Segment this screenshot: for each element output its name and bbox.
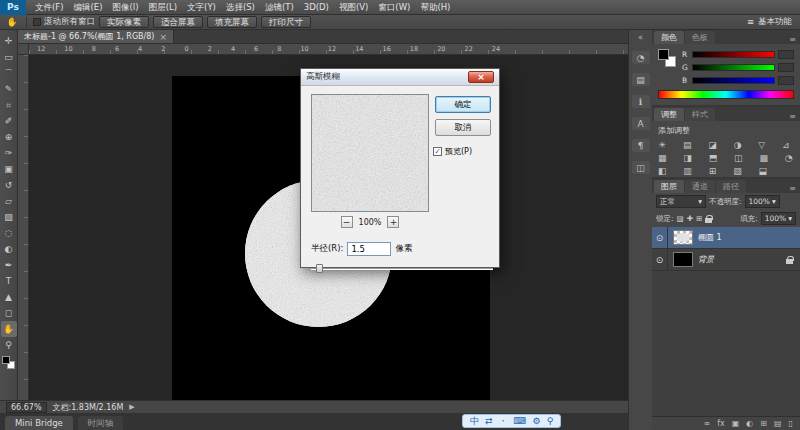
tab-mini-bridge[interactable]: Mini Bridge [5, 416, 73, 430]
cancel-button[interactable]: 取消 [435, 119, 491, 136]
blue-slider[interactable] [692, 77, 775, 84]
dock-panel-icon[interactable]: ▤ [632, 73, 650, 86]
workspace-switcher[interactable]: ≡ 基本功能 [747, 16, 796, 28]
menu-view[interactable]: 视图(V) [334, 0, 373, 15]
dock-panel-icon[interactable]: ¶ [632, 139, 650, 152]
lasso-tool[interactable]: ⌒ [1, 65, 17, 81]
brush-tool[interactable]: ✑ [1, 145, 17, 161]
blue-value-field[interactable] [778, 76, 794, 85]
fill-select[interactable]: 100% ▾ [761, 212, 796, 225]
slider-thumb[interactable] [316, 264, 323, 273]
close-icon[interactable]: × [159, 32, 167, 42]
ime-language-icon[interactable]: 中 [470, 415, 479, 427]
green-value-field[interactable] [778, 63, 794, 72]
tab-color[interactable]: 颜色 [654, 31, 684, 44]
dialog-title-bar[interactable]: 高斯模糊 × [301, 69, 499, 86]
new-layer-icon[interactable]: ▤ [774, 419, 782, 428]
menu-layer[interactable]: 图层(L) [144, 0, 182, 15]
adjustment-icons-row[interactable]: ☀ ▤ ◪ ◑ ▽ ⊿ ◮ [652, 138, 800, 151]
layer-mask-icon[interactable]: ▣ [732, 419, 740, 428]
slider-track[interactable] [311, 268, 493, 270]
ime-search-icon[interactable]: ⚲ [547, 415, 554, 427]
fit-screen-button[interactable]: 适合屏幕 [153, 16, 203, 28]
tab-timeline[interactable]: 时间轴 [78, 416, 124, 430]
radius-slider[interactable] [311, 264, 493, 274]
dock-panel-icon[interactable]: A [632, 117, 650, 130]
lock-transparent-icon[interactable]: ▨ [677, 214, 684, 223]
panel-menu-icon[interactable]: ≡ [785, 35, 800, 44]
lock-pixels-icon[interactable]: ⊞ [696, 214, 702, 223]
color-swatches[interactable] [2, 356, 15, 369]
green-slider[interactable] [692, 64, 775, 71]
ime-keyboard-icon[interactable]: ⌨ [514, 415, 527, 427]
menu-edit[interactable]: 编辑(E) [69, 0, 108, 15]
link-layers-icon[interactable]: ∞ [704, 419, 711, 428]
foreground-color-swatch[interactable] [658, 49, 669, 60]
eraser-tool[interactable]: ▱ [1, 193, 17, 209]
menu-window[interactable]: 窗口(W) [373, 0, 415, 15]
color-swatches[interactable] [658, 49, 676, 67]
expand-panels-icon[interactable]: « [638, 33, 643, 42]
layer-row-background[interactable]: ⊙ 背景 [652, 249, 800, 271]
filter-preview[interactable] [311, 94, 429, 212]
dock-panel-icon[interactable]: ◔ [632, 51, 650, 64]
layer-thumbnail[interactable] [673, 230, 693, 245]
hand-tool[interactable]: ✋ [1, 321, 17, 337]
opacity-select[interactable]: 100% ▾ [745, 195, 780, 208]
layer-name[interactable]: 背景 [698, 254, 714, 265]
document-tab[interactable]: 未标题-1 @ 66.7%(椭圆 1, RGB/8) × [18, 30, 174, 43]
zoom-out-button[interactable]: − [341, 216, 353, 228]
checkbox-box-icon[interactable] [33, 18, 41, 26]
shape-tool[interactable]: ◻ [1, 305, 17, 321]
tab-swatches[interactable]: 色板 [685, 31, 715, 44]
move-tool[interactable]: ✛ [1, 33, 17, 49]
status-options-arrow-icon[interactable]: ▶ [129, 403, 134, 411]
radius-input[interactable] [347, 242, 391, 256]
adjustment-icons-row[interactable]: ▦ ◨ ⬒ ◫ ▩ ◔ ◕ [652, 151, 800, 164]
menu-help[interactable]: 帮助(H) [415, 0, 455, 15]
scroll-all-windows-checkbox[interactable]: 滚动所有窗口 [33, 16, 95, 28]
blend-mode-select[interactable]: 正常 ▾ [656, 195, 706, 208]
pen-tool[interactable]: ✒ [1, 257, 17, 273]
foreground-color-swatch[interactable] [2, 356, 10, 364]
zoom-tool[interactable]: ⚲ [1, 337, 17, 353]
panel-menu-icon[interactable]: ≡ [785, 112, 800, 121]
menu-type[interactable]: 文字(Y) [182, 0, 221, 15]
ime-punctuation-icon[interactable]: ・ [499, 415, 508, 427]
lock-position-icon[interactable]: ✚ [687, 214, 693, 223]
zoom-level-field[interactable]: 66.67% [6, 402, 47, 413]
dock-panel-icon[interactable]: ℹ [632, 95, 650, 108]
actual-pixels-button[interactable]: 实际像素 [99, 16, 149, 28]
menu-filter[interactable]: 滤镜(T) [260, 0, 299, 15]
layer-name[interactable]: 椭圆 1 [698, 232, 722, 243]
new-group-icon[interactable]: ⊞ [760, 419, 767, 428]
tab-layers[interactable]: 图层 [654, 180, 684, 193]
menu-file[interactable]: 文件(F) [30, 0, 69, 15]
preview-checkbox[interactable]: ✓ 预览(P) [433, 146, 491, 157]
adjustment-icons-row[interactable]: ◧ ▥ ⊞ ▧ ⬓ [652, 164, 800, 177]
lock-all-icon[interactable] [705, 215, 712, 223]
print-size-button[interactable]: 打印尺寸 [261, 16, 311, 28]
dodge-tool[interactable]: ◐ [1, 241, 17, 257]
menu-3d[interactable]: 3D(D) [299, 0, 334, 15]
tab-adjustments[interactable]: 调整 [654, 108, 684, 121]
dock-panel-icon[interactable]: ◫ [632, 161, 650, 174]
checkbox-check-icon[interactable]: ✓ [433, 147, 442, 156]
path-selection-tool[interactable]: ▲ [1, 289, 17, 305]
eyedropper-tool[interactable]: ✐ [1, 113, 17, 129]
ime-settings-icon[interactable]: ⚙ [533, 415, 541, 427]
ime-fullwidth-icon[interactable]: ⇄ [485, 415, 493, 427]
tab-channels[interactable]: 通道 [685, 180, 715, 193]
quick-selection-tool[interactable]: ✎ [1, 81, 17, 97]
visibility-eye-icon[interactable]: ⊙ [652, 227, 668, 248]
blur-tool[interactable]: ◌ [1, 225, 17, 241]
crop-tool[interactable]: ⌗ [1, 97, 17, 113]
marquee-tool[interactable]: ▭ [1, 49, 17, 65]
panel-menu-icon[interactable]: ≡ [785, 184, 800, 193]
red-slider[interactable] [692, 51, 775, 58]
history-brush-tool[interactable]: ↺ [1, 177, 17, 193]
clone-stamp-tool[interactable]: ▣ [1, 161, 17, 177]
color-spectrum-ramp[interactable] [658, 90, 794, 99]
tab-paths[interactable]: 路径 [716, 180, 746, 193]
healing-brush-tool[interactable]: ⊕ [1, 129, 17, 145]
